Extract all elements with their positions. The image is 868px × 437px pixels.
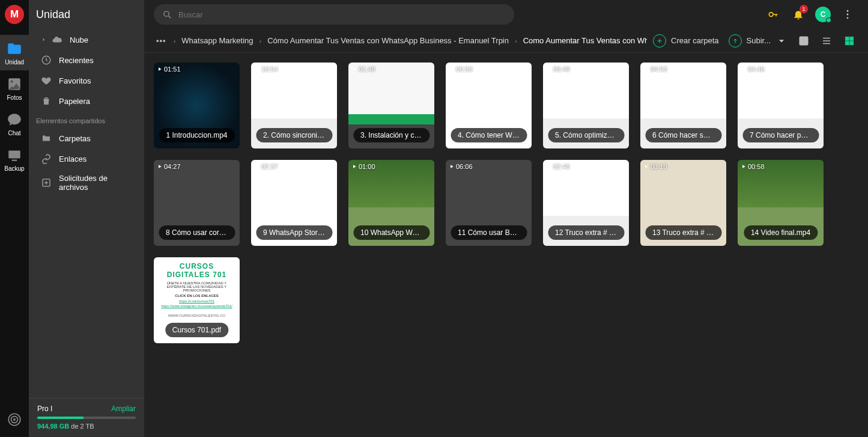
vpn-key-button[interactable] — [765, 6, 782, 23]
file-duration: 04:53 — [644, 66, 667, 73]
svg-point-1 — [11, 81, 13, 83]
svg-point-15 — [801, 38, 803, 40]
grid-icon — [844, 35, 855, 46]
file-duration: 00:58 — [741, 163, 765, 170]
toolbar-actions: Crear carpeta Subir... — [653, 34, 856, 47]
sidebar-item-label: Solicitudes de archivos — [59, 174, 137, 192]
play-icon — [449, 164, 454, 169]
breadcrumb-item[interactable]: Whatsapp Marketing — [181, 36, 253, 45]
rail-item-chat[interactable]: Chat — [0, 106, 29, 141]
overflow-menu-button[interactable] — [839, 6, 856, 23]
file-name: 4. Cómo tener Whats... — [451, 128, 527, 142]
cloud-icon — [52, 34, 62, 45]
sidebar-item-label: Nube — [70, 35, 88, 44]
storage-text: 944,98 GB de 2 TB — [37, 423, 136, 430]
view-list-button[interactable] — [820, 34, 833, 47]
svg-point-13 — [847, 17, 849, 19]
folder-icon — [7, 41, 22, 57]
clock-icon — [41, 55, 52, 66]
file-card[interactable]: 04:278 Cómo usar correcta... — [154, 160, 240, 246]
create-folder-button[interactable]: Crear carpeta — [653, 34, 718, 47]
view-thumbnails-button[interactable] — [797, 34, 810, 47]
photos-icon — [7, 76, 22, 92]
file-grid: 01:511 Introduccion.mp410:542. Cómo sinc… — [154, 63, 858, 343]
play-icon — [547, 67, 551, 72]
file-name: 8 Cómo usar correcta... — [159, 225, 235, 240]
file-duration: 03:19 — [644, 163, 667, 170]
svg-rect-3 — [12, 160, 17, 161]
sidebar-list: Nube Recientes Favoritos Papelera Elemen… — [29, 29, 144, 398]
play-icon — [741, 67, 746, 72]
chevron-right-icon: › — [515, 37, 517, 44]
play-icon — [255, 67, 259, 72]
sidebar-item-trash[interactable]: Papelera — [29, 91, 144, 111]
file-name: 14 Video final.mp4 — [744, 225, 818, 240]
file-name: 10 WhatsApp Web lo ... — [353, 225, 429, 240]
svg-point-10 — [769, 13, 773, 17]
image-icon — [798, 35, 809, 46]
chevron-right-icon — [41, 34, 47, 45]
file-name: 13 Truco extra # 2.mp4 — [645, 225, 721, 240]
breadcrumb-item[interactable]: Cómo Aumentar Tus Ventas con WhatsApp Bu… — [267, 36, 509, 45]
file-card[interactable]: 00:5814 Video final.mp4 — [738, 160, 824, 246]
breadcrumb-item[interactable]: Como Aumentar Tus Ventas con WhatsApp — [523, 36, 647, 45]
file-card[interactable]: 02:4612 Truco extra # 1.mp4 — [543, 160, 629, 246]
sidebar-item-label: Recientes — [59, 56, 94, 65]
storage-plan: Pro I — [37, 405, 52, 413]
rail-item-label: Unidad — [5, 59, 24, 66]
file-card[interactable]: 08:495. Cómo optimizar tus... — [543, 63, 629, 148]
backup-icon — [7, 147, 22, 163]
breadcrumb-overflow[interactable]: ••• — [155, 36, 168, 45]
key-icon — [767, 8, 779, 20]
file-card[interactable]: 06:0611 Cómo usar BOTS ... — [446, 160, 532, 246]
sidebar-item-shared-folders[interactable]: Carpetas — [29, 128, 144, 148]
file-duration: 08:49 — [547, 66, 570, 73]
rail-item-label: Backup — [4, 165, 24, 172]
storage-upgrade-link[interactable]: Ampliar — [111, 405, 136, 413]
app-logo[interactable]: M — [5, 5, 24, 24]
chat-icon — [7, 112, 22, 127]
svg-rect-18 — [845, 41, 849, 44]
play-icon — [741, 164, 746, 169]
file-card[interactable]: 04:467 Cómo hacer publici... — [738, 63, 824, 148]
sidebar-item-file-requests[interactable]: Solicitudes de archivos — [29, 169, 144, 197]
file-card[interactable]: CURSOSDIGITALES 701Únete a nuestra comun… — [154, 257, 240, 343]
sidebar-item-label: Carpetas — [59, 134, 91, 143]
file-name: 11 Cómo usar BOTS ... — [451, 225, 527, 240]
file-card[interactable]: 10:542. Cómo sincronizar y ... — [251, 63, 337, 148]
user-avatar[interactable]: C — [815, 7, 831, 22]
svg-rect-16 — [845, 37, 849, 40]
sidebar-item-recents[interactable]: Recientes — [29, 50, 144, 70]
rail-item-photos[interactable]: Fotos — [0, 70, 29, 106]
more-vert-icon — [842, 8, 854, 20]
file-card[interactable]: 03:1913 Truco extra # 2.mp4 — [640, 160, 726, 246]
rail-item-backup[interactable]: Backup — [0, 141, 29, 177]
search-box[interactable] — [154, 4, 514, 25]
file-request-icon — [41, 177, 52, 188]
rail-item-drive[interactable]: Unidad — [0, 35, 29, 70]
file-card[interactable]: 04:536 Cómo hacer seguim... — [640, 63, 726, 148]
svg-rect-2 — [8, 150, 20, 158]
search-icon — [162, 10, 172, 20]
view-grid-button[interactable] — [843, 34, 856, 47]
rail-settings[interactable] — [7, 412, 22, 430]
upload-button[interactable]: Subir... — [729, 34, 788, 47]
file-card[interactable]: 01:483. Instalación y config... — [348, 63, 434, 148]
sidebar-item-cloud[interactable]: Nube — [29, 29, 144, 50]
play-icon — [255, 164, 259, 169]
subbar: ••• › Whatsapp Marketing › Cómo Aumentar… — [144, 29, 868, 53]
sidebar-item-favorites[interactable]: Favoritos — [29, 70, 144, 91]
play-icon — [547, 164, 551, 169]
play-icon — [352, 67, 357, 72]
file-card[interactable]: 01:0010 WhatsApp Web lo ... — [348, 160, 434, 246]
sidebar-item-links[interactable]: Enlaces — [29, 148, 144, 169]
file-card[interactable]: 01:511 Introduccion.mp4 — [154, 63, 240, 148]
chevron-right-icon: › — [259, 37, 262, 44]
search-input[interactable] — [178, 10, 506, 19]
file-card[interactable]: 02:379 WhatsApp Stories c... — [251, 160, 337, 246]
notifications-button[interactable]: 1 — [790, 6, 807, 23]
rail-item-label: Chat — [8, 130, 20, 136]
link-icon — [41, 153, 52, 164]
file-name: 9 WhatsApp Stories c... — [256, 225, 332, 240]
file-card[interactable]: 06:504. Cómo tener Whats... — [446, 63, 532, 148]
